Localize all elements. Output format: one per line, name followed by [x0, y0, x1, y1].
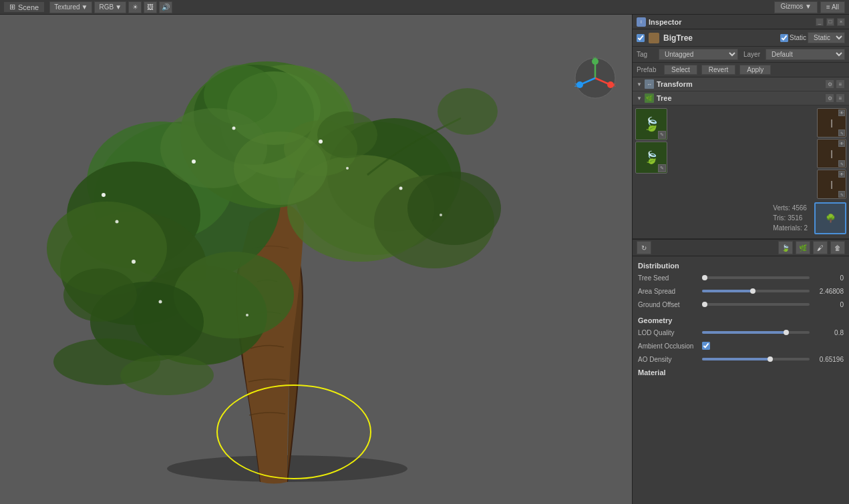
area-spread-value: 2.46808: [814, 288, 844, 295]
refresh-button[interactable]: ↻: [637, 241, 651, 254]
branch-thumbnail-2[interactable]: | 👁 ✎: [817, 139, 846, 168]
prefab-label: Prefab: [637, 66, 660, 73]
svg-point-21: [63, 268, 137, 322]
ground-offset-slider[interactable]: [702, 303, 810, 306]
tree-illustration: [0, 15, 632, 504]
svg-point-26: [102, 193, 106, 197]
edit-icon[interactable]: ✎: [838, 160, 845, 167]
ground-offset-row: Ground Offset 0: [633, 298, 849, 311]
tag-label: Tag: [637, 51, 653, 58]
gizmo-widget[interactable]: Y X Z: [572, 55, 619, 101]
ground-offset-slider-container: [702, 303, 810, 306]
tree-seed-slider-container: [702, 276, 810, 279]
scene-background: Y X Z: [0, 15, 632, 504]
audio-icon-btn[interactable]: 🔊: [159, 1, 172, 13]
maximize-button[interactable]: □: [826, 18, 834, 26]
edit-icon[interactable]: ✎: [658, 131, 666, 139]
delete-tool-icon[interactable]: 🗑: [830, 241, 845, 254]
ambient-occlusion-checkbox[interactable]: [702, 342, 710, 350]
tree-component-icon: 🌿: [645, 93, 654, 103]
tree-component-header[interactable]: ▼ 🌿 Tree ⚙ ≡: [633, 91, 849, 105]
branch-thumbnail-1[interactable]: | 👁 ✎: [817, 108, 846, 138]
svg-point-48: [576, 81, 583, 88]
lod-quality-fill: [702, 331, 788, 334]
tree-seed-value: 0: [814, 274, 844, 282]
object-name[interactable]: BigTree: [663, 33, 776, 43]
eye-icon[interactable]: 👁: [838, 140, 845, 147]
leaf-thumbnail-1[interactable]: 🍃 ✎: [635, 108, 667, 140]
paint-tool-icon[interactable]: 🖌: [813, 241, 828, 254]
area-spread-label: Area Spread: [638, 288, 698, 295]
transform-arrow-icon: ▼: [637, 81, 642, 87]
edit-icon[interactable]: ✎: [838, 130, 845, 136]
svg-point-36: [246, 314, 248, 316]
area-spread-slider[interactable]: [702, 290, 810, 292]
eye-icon[interactable]: 👁: [838, 171, 845, 178]
ao-density-slider-container: [702, 358, 810, 360]
svg-point-27: [116, 220, 119, 224]
close-button[interactable]: ×: [837, 18, 845, 26]
svg-point-38: [120, 355, 214, 395]
inspector-titlebar: i Inspector _ □ ×: [633, 15, 849, 29]
sun-icon-btn[interactable]: ☀: [128, 1, 142, 13]
lod-quality-label: LOD Quality: [638, 329, 698, 336]
svg-point-31: [346, 167, 349, 170]
branch-thumbnail-3[interactable]: | 👁 ✎: [817, 170, 846, 199]
chevron-down-icon: ▼: [81, 3, 88, 11]
layers-icon: ≡: [826, 3, 830, 11]
branch-tool-icon[interactable]: 🌿: [796, 241, 810, 254]
revert-button[interactable]: Revert: [701, 65, 735, 75]
select-button[interactable]: Select: [664, 65, 697, 75]
area-spread-thumb: [750, 288, 755, 294]
eye-icon[interactable]: 👁: [838, 109, 845, 116]
svg-point-33: [440, 214, 442, 216]
svg-point-29: [232, 127, 236, 130]
ao-density-slider[interactable]: [702, 358, 810, 360]
svg-text:X: X: [613, 83, 616, 87]
scene-viewport[interactable]: Y X Z: [0, 15, 632, 504]
properties-section: Distribution Tree Seed 0 Area Spread: [633, 256, 849, 504]
transform-menu-icon[interactable]: ≡: [836, 79, 845, 89]
lod-quality-row: LOD Quality 0.8: [633, 326, 849, 339]
svg-point-25: [234, 132, 327, 205]
edit-icon[interactable]: ✎: [658, 164, 666, 172]
static-dropdown[interactable]: Static: [808, 32, 845, 43]
object-type-icon: [649, 33, 659, 43]
gizmos-dropdown[interactable]: Gizmos ▼: [774, 1, 818, 13]
distribution-header: Distribution: [633, 259, 849, 271]
scene-title-tab[interactable]: ⊞ Scene: [4, 2, 44, 12]
image-icon-btn[interactable]: 🖼: [144, 1, 157, 13]
minimize-button[interactable]: _: [816, 18, 824, 26]
tag-layer-row: Tag Untagged Layer Default: [633, 47, 849, 63]
tag-dropdown[interactable]: Untagged: [659, 49, 738, 60]
color-mode-dropdown[interactable]: RGB ▼: [94, 1, 126, 13]
object-enabled-checkbox[interactable]: [637, 34, 645, 42]
tree-settings-icon[interactable]: ⚙: [825, 93, 834, 103]
tree-menu-icon[interactable]: ≡: [836, 93, 845, 103]
svg-point-32: [399, 187, 403, 190]
view-mode-dropdown[interactable]: Textured ▼: [49, 1, 92, 13]
apply-button[interactable]: Apply: [739, 65, 771, 75]
lod-quality-slider[interactable]: [702, 331, 810, 334]
mesh-thumbnail-selected[interactable]: 🌳: [814, 202, 846, 234]
all-dropdown[interactable]: ≡ All: [820, 1, 845, 13]
ground-offset-value: 0: [814, 301, 844, 308]
svg-point-30: [319, 140, 323, 144]
leaf-thumbnail-2[interactable]: 🍃 ✎: [635, 142, 667, 174]
transform-icon: ↔: [645, 79, 654, 89]
lod-quality-slider-container: [702, 331, 810, 334]
static-checkbox[interactable]: [780, 34, 788, 42]
tree-seed-slider[interactable]: [702, 276, 810, 279]
leaf-tool-icon[interactable]: 🍃: [778, 241, 793, 254]
edit-icon[interactable]: ✎: [838, 191, 845, 198]
svg-point-20: [438, 88, 498, 135]
transform-settings-icon[interactable]: ⚙: [825, 79, 834, 89]
svg-point-35: [159, 300, 162, 304]
transform-component-header[interactable]: ▼ ↔ Transform ⚙ ≡: [633, 77, 849, 91]
ambient-occlusion-label: Ambient Occlusion: [638, 342, 698, 350]
area-spread-slider-container: [702, 290, 810, 292]
main-layout: Y X Z i Inspector _ □ ×: [0, 15, 849, 504]
layer-dropdown[interactable]: Default: [766, 49, 845, 60]
material-header: Material: [633, 366, 849, 378]
area-spread-fill: [702, 290, 755, 292]
